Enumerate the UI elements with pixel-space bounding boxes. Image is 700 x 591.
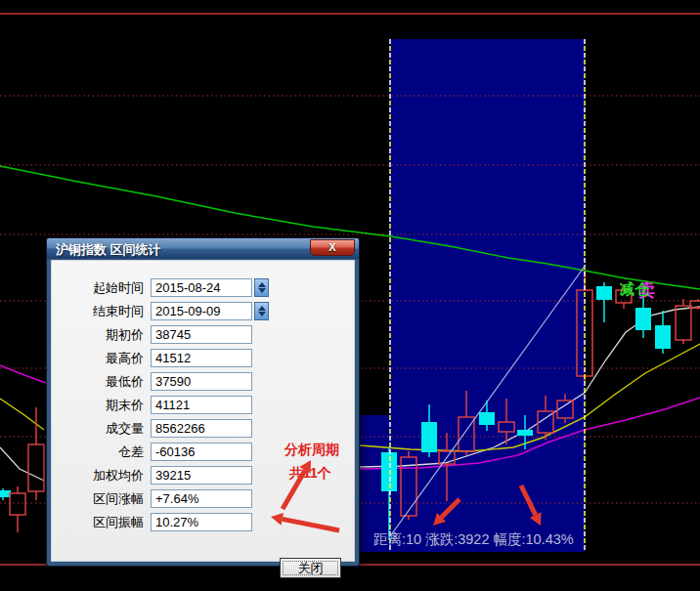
field-label: 加权均价 xyxy=(58,466,144,485)
field-row: 区间涨幅+7.64% xyxy=(52,489,354,508)
interval-statistics-dialog: 沪铜指数 区间统计 X 起始时间2015-08-24结束时间2015-09-09… xyxy=(46,237,360,567)
candle-up xyxy=(28,444,44,491)
field-input[interactable]: -60136 xyxy=(151,443,252,461)
region-stats-text: 距离:10 涨跌:3922 幅度:10.43% xyxy=(373,531,574,547)
field-row: 起始时间2015-08-24 xyxy=(52,278,354,297)
date-spinner[interactable] xyxy=(254,278,269,297)
spinner-down-icon[interactable] xyxy=(258,288,266,293)
field-row: 最高价41512 xyxy=(52,349,354,367)
field-label: 最低价 xyxy=(58,372,144,391)
dialog-titlebar[interactable]: 沪铜指数 区间统计 X xyxy=(47,238,359,259)
field-label: 区间振幅 xyxy=(58,513,144,531)
field-row: 结束时间2015-09-09 xyxy=(52,302,354,320)
field-input[interactable]: 10.27% xyxy=(151,513,252,531)
field-input[interactable]: 2015-09-09 xyxy=(151,302,252,320)
candle-down xyxy=(655,325,671,349)
ma-white-left xyxy=(0,447,44,481)
ma-yellow-left xyxy=(0,399,44,430)
field-label: 期初价 xyxy=(58,325,144,344)
candle-down xyxy=(421,422,437,452)
candle-down xyxy=(635,308,651,330)
candle-down xyxy=(381,452,397,491)
dialog-body: 起始时间2015-08-24结束时间2015-09-09期初价38745最高价4… xyxy=(51,260,355,562)
field-label: 最高价 xyxy=(58,349,144,367)
field-label: 期末价 xyxy=(58,396,144,414)
trading-app-screen: 距离:10 涨跌:3922 幅度:10.43%卖减仓 沪铜指数 区间统计 X 起… xyxy=(0,0,700,591)
field-label: 区间涨幅 xyxy=(58,489,144,508)
field-row: 期末价41121 xyxy=(52,396,354,414)
spinner-up-icon[interactable] xyxy=(258,306,266,311)
candle-up xyxy=(676,306,691,340)
field-row: 区间振幅10.27% xyxy=(52,513,354,531)
candle-up xyxy=(10,493,25,515)
field-row: 成交量8562266 xyxy=(52,419,354,438)
candle-down xyxy=(479,412,495,425)
field-input[interactable]: 38745 xyxy=(151,325,252,344)
field-label: 成交量 xyxy=(58,419,144,438)
field-input[interactable]: 41512 xyxy=(151,349,252,367)
field-input[interactable]: 37590 xyxy=(151,372,252,391)
field-input[interactable]: 41121 xyxy=(151,396,252,414)
field-row: 期初价38745 xyxy=(52,325,354,344)
candle-down xyxy=(596,286,612,300)
highlight-region xyxy=(390,39,585,552)
field-input[interactable]: +7.64% xyxy=(151,489,252,508)
field-input[interactable]: 8562266 xyxy=(151,419,252,438)
date-spinner[interactable] xyxy=(254,302,269,320)
candle-down xyxy=(517,430,533,436)
close-x-button[interactable]: X xyxy=(310,239,355,256)
spinner-up-icon[interactable] xyxy=(258,282,266,287)
period-count-note: 共11个 xyxy=(289,465,331,483)
close-button[interactable]: 关闭 xyxy=(280,558,341,578)
field-label: 仓差 xyxy=(58,443,144,461)
field-input[interactable]: 39215 xyxy=(151,466,252,485)
field-label: 结束时间 xyxy=(58,302,144,320)
field-row: 最低价37590 xyxy=(52,372,354,391)
field-label: 起始时间 xyxy=(58,278,144,297)
spinner-down-icon[interactable] xyxy=(258,312,266,317)
analysis-period-note: 分析周期 xyxy=(284,442,339,459)
field-input[interactable]: 2015-08-24 xyxy=(151,278,252,297)
dialog-title: 沪铜指数 区间统计 xyxy=(56,241,161,259)
signal-green-text: 减仓 xyxy=(620,280,650,297)
